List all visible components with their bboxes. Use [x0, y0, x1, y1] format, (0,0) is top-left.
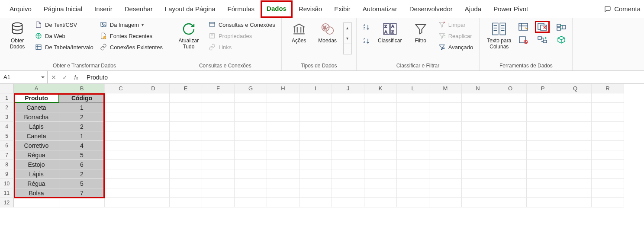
formula-input[interactable]: Produto — [82, 74, 644, 81]
cell[interactable] — [527, 169, 559, 179]
cell[interactable] — [429, 198, 462, 207]
tab-power-pivot[interactable]: Power Pivot — [487, 1, 534, 17]
cell[interactable] — [559, 131, 592, 141]
cell[interactable] — [462, 112, 494, 122]
cell[interactable] — [559, 169, 592, 179]
cell[interactable] — [592, 93, 624, 103]
select-all-corner[interactable] — [0, 84, 14, 93]
cell[interactable] — [105, 141, 137, 150]
cell[interactable] — [202, 103, 235, 112]
cell[interactable] — [527, 198, 559, 207]
cell[interactable]: 5 — [59, 179, 105, 188]
cell[interactable] — [202, 169, 235, 179]
cell[interactable] — [462, 141, 494, 150]
cell[interactable] — [235, 198, 267, 207]
cell[interactable] — [592, 141, 624, 150]
cell[interactable] — [170, 141, 202, 150]
cell[interactable]: Lápis — [14, 122, 59, 131]
cell[interactable] — [299, 112, 332, 122]
cell[interactable] — [105, 122, 137, 131]
cell[interactable] — [494, 169, 527, 179]
cell[interactable] — [397, 179, 429, 188]
cell[interactable] — [527, 179, 559, 188]
cell[interactable] — [364, 160, 397, 169]
cell[interactable] — [235, 93, 267, 103]
row-header[interactable]: 8 — [0, 160, 14, 169]
cell[interactable] — [235, 112, 267, 122]
col-header[interactable]: M — [429, 84, 462, 93]
from-picture-button[interactable]: Da Imagem ▾ — [98, 20, 164, 29]
cell[interactable] — [429, 179, 462, 188]
cell[interactable] — [202, 150, 235, 160]
cell[interactable]: Lápis — [14, 169, 59, 179]
col-header[interactable]: A — [14, 84, 59, 93]
cell[interactable]: Caneta — [14, 103, 59, 112]
cell[interactable] — [429, 103, 462, 112]
tab-desenhar[interactable]: Desenhar — [119, 1, 159, 17]
cell[interactable]: Estojo — [14, 160, 59, 169]
cell[interactable] — [105, 179, 137, 188]
cell[interactable] — [170, 131, 202, 141]
cell[interactable] — [235, 131, 267, 141]
row-header[interactable]: 9 — [0, 169, 14, 179]
cell[interactable] — [170, 150, 202, 160]
cell[interactable] — [332, 160, 364, 169]
cell[interactable] — [332, 169, 364, 179]
cell[interactable] — [397, 141, 429, 150]
cell[interactable] — [202, 160, 235, 169]
cell[interactable] — [170, 179, 202, 188]
col-header[interactable]: Q — [559, 84, 592, 93]
cell[interactable] — [202, 188, 235, 198]
cell[interactable] — [105, 160, 137, 169]
cell[interactable] — [299, 141, 332, 150]
cell[interactable] — [592, 150, 624, 160]
col-header[interactable]: P — [527, 84, 559, 93]
cell[interactable] — [462, 103, 494, 112]
cell[interactable]: 2 — [59, 169, 105, 179]
col-header[interactable]: O — [494, 84, 527, 93]
cell[interactable] — [364, 131, 397, 141]
queries-connections-button[interactable]: Consultas e Conexões — [206, 20, 277, 29]
cell[interactable] — [235, 188, 267, 198]
from-table-range-button[interactable]: De Tabela/Intervalo — [33, 42, 95, 52]
cell[interactable] — [202, 141, 235, 150]
cell[interactable] — [462, 188, 494, 198]
gallery-scroll[interactable]: ▴ ▾ ⋯ — [343, 22, 352, 54]
cell[interactable] — [364, 112, 397, 122]
currencies-button[interactable]: ¥ Moedas — [315, 20, 341, 46]
cell[interactable] — [397, 188, 429, 198]
cell[interactable] — [462, 150, 494, 160]
col-header[interactable]: N — [462, 84, 494, 93]
cell[interactable] — [299, 93, 332, 103]
cell[interactable] — [137, 122, 170, 131]
cell[interactable] — [137, 179, 170, 188]
cell[interactable] — [137, 103, 170, 112]
filter-button[interactable]: Filtro — [408, 20, 434, 46]
cell[interactable] — [364, 179, 397, 188]
cell[interactable] — [494, 160, 527, 169]
cell[interactable] — [559, 103, 592, 112]
fx-insert-function-button[interactable]: fx — [71, 74, 82, 81]
from-text-csv-button[interactable]: De Text/CSV — [33, 20, 95, 29]
remove-duplicates-button[interactable] — [536, 22, 549, 32]
cell[interactable]: Caneta — [14, 131, 59, 141]
cell[interactable]: Produto — [14, 93, 59, 103]
cell[interactable]: 5 — [59, 150, 105, 160]
cell[interactable] — [267, 131, 299, 141]
cell[interactable] — [202, 198, 235, 207]
cell[interactable] — [267, 179, 299, 188]
cell[interactable] — [397, 198, 429, 207]
cell[interactable] — [494, 93, 527, 103]
cell[interactable] — [364, 122, 397, 131]
cell[interactable]: Régua — [14, 150, 59, 160]
row-header[interactable]: 11 — [0, 188, 14, 198]
col-header[interactable]: G — [235, 84, 267, 93]
col-header[interactable]: L — [397, 84, 429, 93]
cell[interactable] — [364, 150, 397, 160]
cell[interactable] — [429, 188, 462, 198]
cell[interactable] — [364, 141, 397, 150]
cell[interactable] — [494, 112, 527, 122]
row-header[interactable]: 2 — [0, 103, 14, 112]
data-model-button[interactable] — [555, 35, 568, 45]
cell[interactable] — [527, 160, 559, 169]
